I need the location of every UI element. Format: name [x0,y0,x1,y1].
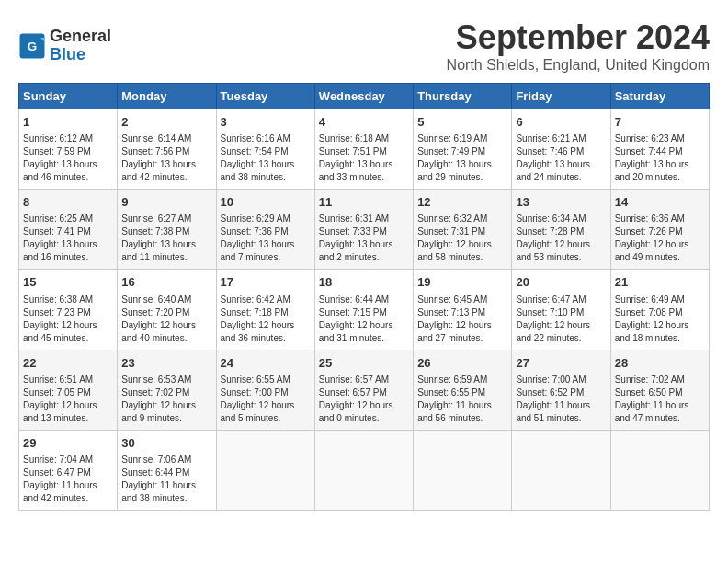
calendar-day-cell: 14Sunrise: 6:36 AM Sunset: 7:26 PM Dayli… [610,190,709,270]
day-number: 16 [121,274,211,291]
svg-text:G: G [28,39,38,52]
day-info: Sunrise: 6:27 AM Sunset: 7:38 PM Dayligh… [121,213,211,264]
calendar-day-cell: 18Sunrise: 6:44 AM Sunset: 7:15 PM Dayli… [314,270,413,350]
weekday-header-cell: Sunday [19,84,118,109]
calendar-day-cell: 24Sunrise: 6:55 AM Sunset: 7:00 PM Dayli… [216,350,314,430]
day-info: Sunrise: 6:23 AM Sunset: 7:44 PM Dayligh… [615,132,705,184]
weekday-header-cell: Tuesday [216,84,314,109]
calendar-day-cell: 26Sunrise: 6:59 AM Sunset: 6:55 PM Dayli… [414,350,512,430]
day-number: 11 [319,194,409,211]
calendar-day-cell: 27Sunrise: 7:00 AM Sunset: 6:52 PM Dayli… [512,350,610,430]
day-info: Sunrise: 7:04 AM Sunset: 6:47 PM Dayligh… [23,454,113,505]
calendar-day-cell: 17Sunrise: 6:42 AM Sunset: 7:18 PM Dayli… [216,270,314,350]
day-info: Sunrise: 6:45 AM Sunset: 7:13 PM Dayligh… [417,293,507,345]
day-number: 19 [417,274,507,291]
calendar-day-cell: 10Sunrise: 6:29 AM Sunset: 7:36 PM Dayli… [216,190,314,270]
calendar-day-cell: 9Sunrise: 6:27 AM Sunset: 7:38 PM Daylig… [118,190,216,270]
calendar-day-cell: 22Sunrise: 6:51 AM Sunset: 7:05 PM Dayli… [19,350,118,430]
weekday-header-cell: Wednesday [314,84,413,109]
day-number: 28 [615,355,705,372]
day-number: 21 [615,274,705,291]
day-number: 7 [615,114,705,131]
day-info: Sunrise: 6:36 AM Sunset: 7:26 PM Dayligh… [615,213,705,264]
logo-text-line1: General [50,28,111,46]
day-info: Sunrise: 6:25 AM Sunset: 7:41 PM Dayligh… [23,213,113,264]
calendar-day-cell: 15Sunrise: 6:38 AM Sunset: 7:23 PM Dayli… [19,270,118,350]
calendar-day-cell: 13Sunrise: 6:34 AM Sunset: 7:28 PM Dayli… [512,190,610,270]
day-info: Sunrise: 6:32 AM Sunset: 7:31 PM Dayligh… [417,213,507,264]
day-info: Sunrise: 6:34 AM Sunset: 7:28 PM Dayligh… [516,213,606,264]
calendar-day-cell: 16Sunrise: 6:40 AM Sunset: 7:20 PM Dayli… [118,270,216,350]
day-number: 15 [23,274,113,291]
day-number: 1 [23,114,113,131]
calendar-day-cell: 5Sunrise: 6:19 AM Sunset: 7:49 PM Daylig… [414,109,512,190]
calendar-day-cell: 19Sunrise: 6:45 AM Sunset: 7:13 PM Dayli… [414,270,512,350]
calendar-day-cell: 4Sunrise: 6:18 AM Sunset: 7:51 PM Daylig… [314,109,413,190]
calendar-day-cell: 20Sunrise: 6:47 AM Sunset: 7:10 PM Dayli… [512,270,610,350]
day-number: 17 [221,274,311,291]
day-number: 12 [417,194,507,211]
day-number: 5 [417,114,507,131]
calendar-day-cell [216,430,314,510]
day-info: Sunrise: 6:55 AM Sunset: 7:00 PM Dayligh… [221,373,311,425]
day-number: 10 [221,194,311,211]
calendar-day-cell [314,430,413,510]
calendar-week-row: 1Sunrise: 6:12 AM Sunset: 7:59 PM Daylig… [19,109,710,190]
logo: G General Blue [18,28,111,64]
day-number: 27 [516,355,606,372]
weekday-header-cell: Monday [118,84,216,109]
day-info: Sunrise: 6:16 AM Sunset: 7:54 PM Dayligh… [221,132,311,184]
day-info: Sunrise: 7:00 AM Sunset: 6:52 PM Dayligh… [516,373,606,425]
day-info: Sunrise: 6:49 AM Sunset: 7:08 PM Dayligh… [615,293,705,345]
day-number: 18 [319,274,409,291]
day-number: 26 [417,355,507,372]
day-number: 29 [23,435,113,452]
day-number: 14 [615,194,705,211]
day-info: Sunrise: 6:12 AM Sunset: 7:59 PM Dayligh… [23,132,113,184]
title-section: September 2024 North Shields, England, U… [447,18,710,74]
day-number: 23 [121,355,211,372]
day-info: Sunrise: 6:53 AM Sunset: 7:02 PM Dayligh… [121,373,211,425]
weekday-header-cell: Thursday [414,84,512,109]
day-info: Sunrise: 6:57 AM Sunset: 6:57 PM Dayligh… [319,373,409,425]
day-number: 13 [516,194,606,211]
day-info: Sunrise: 6:19 AM Sunset: 7:49 PM Dayligh… [417,132,507,184]
calendar-day-cell: 29Sunrise: 7:04 AM Sunset: 6:47 PM Dayli… [19,430,118,510]
calendar-day-cell: 21Sunrise: 6:49 AM Sunset: 7:08 PM Dayli… [610,270,709,350]
calendar-day-cell: 12Sunrise: 6:32 AM Sunset: 7:31 PM Dayli… [414,190,512,270]
calendar-week-row: 8Sunrise: 6:25 AM Sunset: 7:41 PM Daylig… [19,190,710,270]
month-title: September 2024 [447,18,710,57]
calendar-day-cell [414,430,512,510]
day-info: Sunrise: 6:38 AM Sunset: 7:23 PM Dayligh… [23,293,113,345]
day-number: 9 [121,194,211,211]
day-info: Sunrise: 6:18 AM Sunset: 7:51 PM Dayligh… [319,132,409,184]
calendar-day-cell: 6Sunrise: 6:21 AM Sunset: 7:46 PM Daylig… [512,109,610,190]
day-number: 4 [319,114,409,131]
calendar-day-cell [610,430,709,510]
day-number: 24 [221,355,311,372]
calendar-day-cell: 3Sunrise: 6:16 AM Sunset: 7:54 PM Daylig… [216,109,314,190]
day-number: 20 [516,274,606,291]
calendar-day-cell [512,430,610,510]
calendar-day-cell: 25Sunrise: 6:57 AM Sunset: 6:57 PM Dayli… [314,350,413,430]
day-number: 8 [23,194,113,211]
logo-text-line2: Blue [50,46,111,64]
day-number: 30 [121,435,211,452]
calendar-day-cell: 30Sunrise: 7:06 AM Sunset: 6:44 PM Dayli… [118,430,216,510]
day-info: Sunrise: 6:29 AM Sunset: 7:36 PM Dayligh… [221,213,311,264]
day-info: Sunrise: 6:59 AM Sunset: 6:55 PM Dayligh… [417,373,507,425]
day-info: Sunrise: 7:06 AM Sunset: 6:44 PM Dayligh… [121,454,211,505]
day-info: Sunrise: 6:21 AM Sunset: 7:46 PM Dayligh… [516,132,606,184]
calendar-day-cell: 7Sunrise: 6:23 AM Sunset: 7:44 PM Daylig… [610,109,709,190]
location-title: North Shields, England, United Kingdom [447,57,710,74]
calendar-week-row: 22Sunrise: 6:51 AM Sunset: 7:05 PM Dayli… [19,350,710,430]
day-number: 6 [516,114,606,131]
calendar-day-cell: 2Sunrise: 6:14 AM Sunset: 7:56 PM Daylig… [118,109,216,190]
calendar-day-cell: 8Sunrise: 6:25 AM Sunset: 7:41 PM Daylig… [19,190,118,270]
calendar-day-cell: 28Sunrise: 7:02 AM Sunset: 6:50 PM Dayli… [610,350,709,430]
calendar-day-cell: 1Sunrise: 6:12 AM Sunset: 7:59 PM Daylig… [19,109,118,190]
day-info: Sunrise: 6:47 AM Sunset: 7:10 PM Dayligh… [516,293,606,345]
calendar-table: SundayMondayTuesdayWednesdayThursdayFrid… [18,83,710,511]
page-header: G General Blue September 2024 North Shie… [18,18,710,74]
weekday-header-row: SundayMondayTuesdayWednesdayThursdayFrid… [19,84,710,109]
